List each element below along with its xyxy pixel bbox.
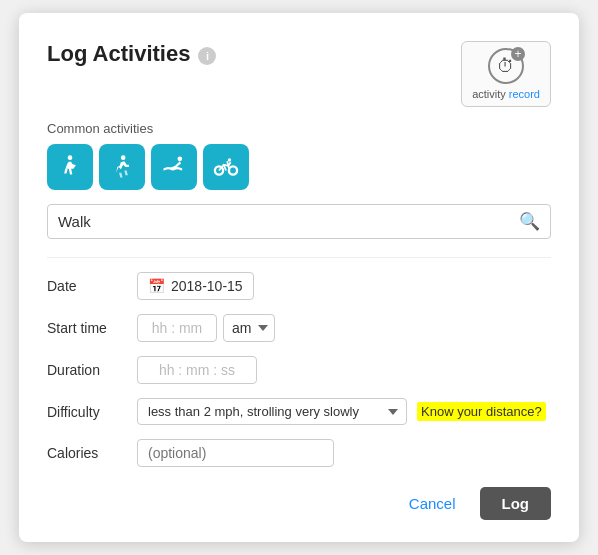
start-time-label: Start time	[47, 320, 137, 336]
time-input[interactable]: hh : mm	[137, 314, 217, 342]
swim-icon-button[interactable]	[151, 144, 197, 190]
info-icon[interactable]: i	[198, 47, 216, 65]
svg-point-4	[229, 166, 237, 174]
search-input[interactable]	[58, 213, 519, 230]
difficulty-controls: less than 2 mph, strolling very slowly 2…	[137, 398, 546, 425]
date-value: 2018-10-15	[171, 278, 243, 294]
calories-input[interactable]	[137, 439, 334, 467]
difficulty-label: Difficulty	[47, 404, 137, 420]
svg-point-2	[178, 157, 183, 162]
modal-header: Log Activities i ⏱ + activity record	[47, 41, 551, 107]
duration-input[interactable]: hh : mm : ss	[137, 356, 257, 384]
search-icon: 🔍	[519, 211, 540, 232]
plus-icon: +	[511, 47, 525, 61]
activity-icons-row	[47, 144, 551, 190]
common-activities-label: Common activities	[47, 121, 551, 136]
run-icon-button[interactable]	[99, 144, 145, 190]
search-row: 🔍	[47, 204, 551, 239]
divider	[47, 257, 551, 258]
date-input[interactable]: 📅 2018-10-15	[137, 272, 254, 300]
start-time-row: Start time hh : mm am pm	[47, 314, 551, 342]
calories-row: Calories	[47, 439, 551, 467]
calendar-icon: 📅	[148, 278, 165, 294]
date-row: Date 📅 2018-10-15	[47, 272, 551, 300]
difficulty-row: Difficulty less than 2 mph, strolling ve…	[47, 398, 551, 425]
modal-title: Log Activities	[47, 41, 190, 67]
footer-row: Cancel Log	[47, 487, 551, 520]
date-label: Date	[47, 278, 137, 294]
difficulty-select[interactable]: less than 2 mph, strolling very slowly 2…	[137, 398, 407, 425]
walk-icon-button[interactable]	[47, 144, 93, 190]
duration-row: Duration hh : mm : ss	[47, 356, 551, 384]
svg-point-5	[228, 158, 232, 162]
ampm-select[interactable]: am pm	[223, 314, 275, 342]
svg-point-0	[68, 155, 73, 160]
activity-record-label: activity record	[472, 88, 540, 100]
cancel-button[interactable]: Cancel	[399, 489, 466, 518]
log-activities-modal: Log Activities i ⏱ + activity record Com…	[19, 13, 579, 542]
activity-record-button[interactable]: ⏱ + activity record	[461, 41, 551, 107]
log-button[interactable]: Log	[480, 487, 552, 520]
know-your-distance-link[interactable]: Know your distance?	[417, 402, 546, 421]
cycle-icon-button[interactable]	[203, 144, 249, 190]
duration-label: Duration	[47, 362, 137, 378]
activity-record-icon: ⏱ +	[488, 48, 524, 84]
calories-label: Calories	[47, 445, 137, 461]
title-area: Log Activities i	[47, 41, 216, 67]
svg-point-1	[121, 155, 126, 160]
time-controls: hh : mm am pm	[137, 314, 275, 342]
